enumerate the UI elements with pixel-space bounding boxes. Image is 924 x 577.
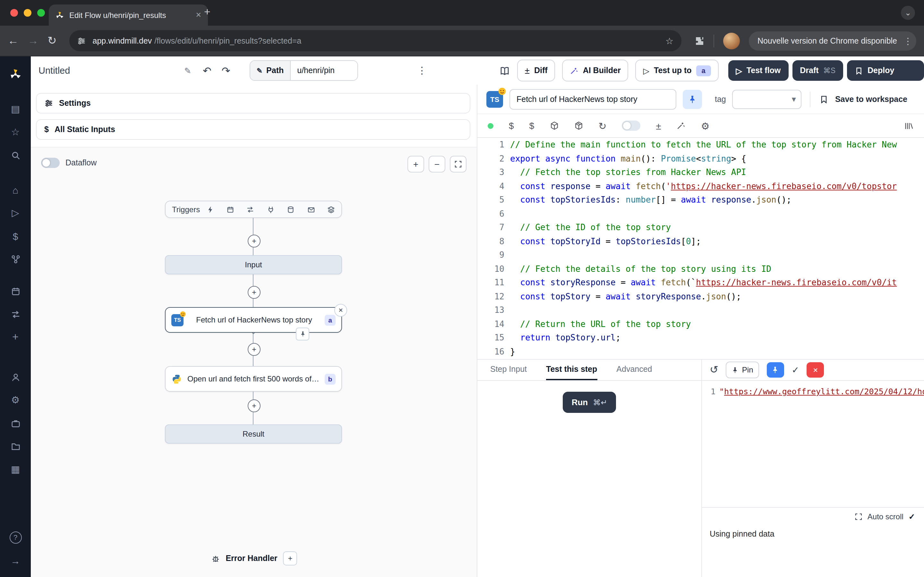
sidebar-item-home[interactable]: ⌂ — [5, 181, 26, 199]
diff-button[interactable]: ± Diff — [517, 60, 556, 81]
sidebar-item-folders[interactable] — [5, 437, 26, 455]
tab-close-icon[interactable]: ✕ — [196, 11, 202, 19]
trigger-schedule-icon[interactable] — [226, 205, 234, 213]
trigger-email-icon[interactable] — [307, 205, 315, 213]
tab-advanced[interactable]: Advanced — [616, 365, 652, 380]
gear-icon[interactable]: ⚙ — [701, 121, 710, 131]
window-close-button[interactable] — [10, 9, 18, 17]
new-tab-button[interactable]: + — [204, 6, 210, 17]
package-alt-icon[interactable] — [574, 121, 583, 130]
editor-toggle[interactable] — [622, 121, 640, 131]
validate-check-icon[interactable]: ✓ — [792, 366, 799, 374]
tab-test-this-step[interactable]: Test this step — [546, 365, 597, 380]
sidebar-item-runs[interactable]: ▷ — [5, 204, 26, 222]
sidebar-item-logo[interactable] — [5, 65, 26, 83]
edit-title-pencil-icon[interactable]: ✎ — [184, 66, 191, 75]
bookmark-star-icon[interactable]: ☆ — [666, 35, 674, 46]
clear-pin-button[interactable]: ✕ — [807, 362, 824, 378]
save-to-workspace-button[interactable]: Save to workspace — [810, 91, 915, 107]
chrome-menu-kebab-icon[interactable]: ⋮ — [903, 35, 913, 46]
add-step-button[interactable]: + — [248, 400, 260, 412]
address-bar[interactable]: app.windmill.dev/flows/edit/u/henri/pin_… — [69, 30, 682, 51]
test-up-to-button[interactable]: ▷ Test up to a — [636, 60, 719, 81]
sidebar-item-collapse[interactable]: → — [5, 551, 26, 569]
window-zoom-button[interactable] — [37, 9, 45, 17]
add-step-button[interactable]: + — [248, 343, 260, 356]
path-control[interactable]: ✎ Path — [250, 60, 359, 81]
input-node[interactable]: Input — [165, 255, 342, 274]
zoom-out-button[interactable]: − — [429, 156, 445, 172]
package-icon[interactable] — [549, 121, 559, 130]
trigger-database-icon[interactable] — [287, 205, 294, 213]
library-icon[interactable] — [904, 121, 914, 131]
sidebar-item-docs[interactable]: ▤ — [5, 100, 26, 118]
sidebar-item-add[interactable]: + — [5, 328, 26, 346]
reload-button[interactable]: ↻ — [47, 35, 57, 46]
flow-step-a-node[interactable]: TS Fetch url of HackerNews top story a ✕… — [165, 307, 342, 333]
static-inputs-button[interactable]: $ All Static Inputs — [36, 119, 470, 140]
tab-step-input[interactable]: Step Input — [490, 365, 527, 380]
browser-tab[interactable]: Edit Flow u/henri/pin_results ✕ — [49, 5, 208, 26]
sidebar-item-favorites[interactable]: ☆ — [5, 123, 26, 141]
tab-search-button[interactable]: ⌄ — [901, 6, 915, 20]
zoom-in-button[interactable]: + — [407, 156, 424, 172]
profile-avatar[interactable] — [723, 32, 740, 49]
history-icon[interactable]: ↺ — [710, 365, 718, 375]
redo-button[interactable]: ↷ — [222, 64, 230, 77]
run-button[interactable]: Run ⌘↵ — [563, 392, 616, 413]
diff-plus-minus-icon[interactable]: ± — [656, 121, 661, 131]
auto-scroll-check-icon[interactable]: ✓ — [909, 512, 915, 521]
sidebar-item-help[interactable]: ? — [5, 528, 26, 546]
step-summary-input[interactable] — [509, 89, 676, 109]
error-handler-row[interactable]: Error Handler + — [31, 551, 477, 566]
test-flow-button[interactable]: ▷ Test flow — [728, 60, 788, 81]
result-node[interactable]: Result — [165, 424, 342, 444]
forward-button[interactable]: → — [27, 35, 39, 46]
code-content[interactable]: // Define the main function to fetch the… — [504, 138, 924, 359]
path-button[interactable]: ✎ Path — [250, 61, 291, 80]
back-button[interactable]: ← — [8, 35, 19, 46]
expand-icon[interactable] — [855, 513, 863, 520]
fit-view-button[interactable] — [450, 156, 467, 172]
flow-canvas[interactable]: Dataflow + − Triggers — [31, 147, 477, 577]
deploy-button[interactable]: Deploy — [847, 60, 924, 81]
reload-icon[interactable]: ↻ — [598, 121, 606, 131]
delete-step-button[interactable]: ✕ — [334, 304, 347, 317]
add-error-handler-button[interactable]: + — [283, 551, 297, 566]
docs-book-icon[interactable] — [499, 65, 510, 76]
undo-button[interactable]: ↶ — [203, 64, 212, 77]
trigger-websocket-icon[interactable] — [267, 205, 275, 213]
add-step-button[interactable]: + — [248, 235, 260, 247]
sidebar-item-variables[interactable]: $ — [5, 227, 26, 245]
expand-step-chevron-icon[interactable]: ⌄ — [251, 329, 256, 335]
sidebar-item-schedules[interactable] — [5, 282, 26, 300]
trigger-http-icon[interactable] — [247, 205, 254, 213]
sidebar-item-apps[interactable]: ▦ — [5, 460, 26, 478]
path-input[interactable] — [291, 61, 357, 80]
add-step-button[interactable]: + — [248, 286, 260, 299]
trigger-queue-icon[interactable] — [327, 205, 335, 213]
flow-step-b-node[interactable]: Open url and fetch first 500 words of ..… — [165, 366, 342, 392]
site-settings-icon[interactable] — [78, 36, 86, 45]
extensions-icon[interactable] — [694, 35, 704, 46]
sidebar-item-workers[interactable] — [5, 414, 26, 432]
tag-select[interactable]: ▾ — [732, 89, 802, 109]
pin-button[interactable]: Pin — [726, 362, 759, 378]
pin-active-button[interactable] — [767, 362, 784, 378]
triggers-node[interactable]: Triggers — [165, 201, 342, 218]
chrome-update-button[interactable]: Nouvelle version de Chrome disponible ⋮ — [748, 31, 916, 50]
draft-button[interactable]: Draft ⌘S — [792, 60, 843, 81]
variables-dollar-icon[interactable]: $ — [509, 121, 514, 130]
sidebar-item-settings[interactable]: ⚙ — [5, 391, 26, 409]
pinned-result-editor[interactable]: 1 "https://www.geoffreylitt.com/2025/04/… — [702, 385, 924, 399]
ai-wand-icon[interactable] — [677, 121, 686, 130]
dataflow-toggle[interactable] — [41, 158, 60, 168]
sidebar-item-search[interactable] — [5, 146, 26, 164]
resources-dollar-icon[interactable]: $ — [529, 121, 535, 130]
code-editor[interactable]: 12345678910111213141516 // Define the ma… — [477, 138, 924, 359]
flow-settings-button[interactable]: Settings — [36, 93, 470, 113]
ai-builder-button[interactable]: AI Builder — [562, 60, 628, 81]
more-options-kebab-icon[interactable]: ⋮ — [417, 65, 427, 76]
trigger-webhook-icon[interactable] — [206, 205, 214, 213]
window-minimize-button[interactable] — [24, 9, 31, 17]
